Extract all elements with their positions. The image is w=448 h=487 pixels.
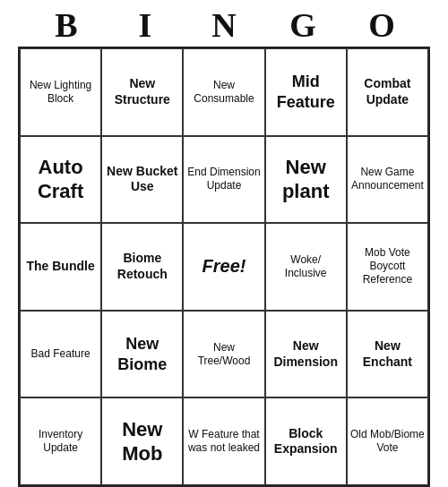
cell-text-13: Woke/ Inclusive bbox=[269, 253, 343, 280]
cell-text-24: Old Mob/Biome Vote bbox=[350, 428, 425, 455]
bingo-cell-12[interactable]: Free! bbox=[183, 223, 264, 311]
cell-text-10: The Bundle bbox=[26, 259, 94, 275]
bingo-cell-23[interactable]: Block Expansion bbox=[265, 397, 347, 485]
bingo-cell-22[interactable]: W Feature that was not leaked bbox=[183, 397, 264, 485]
cell-text-12: Free! bbox=[202, 255, 246, 278]
cell-text-15: Bad Feature bbox=[31, 347, 90, 361]
cell-text-7: End Dimension Update bbox=[186, 166, 261, 192]
bingo-cell-16[interactable]: New Biome bbox=[101, 311, 183, 398]
bingo-cell-6[interactable]: New Bucket Use bbox=[101, 136, 183, 224]
cell-text-3: Mid Feature bbox=[269, 72, 343, 112]
cell-text-14: Mob Vote Boycott Reference bbox=[350, 246, 425, 286]
bingo-title: BINGO bbox=[18, 0, 430, 47]
cell-text-19: New Enchant bbox=[350, 338, 425, 370]
bingo-cell-1[interactable]: New Structure bbox=[101, 48, 183, 136]
cell-text-22: W Feature that was not leaked bbox=[186, 428, 261, 455]
bingo-cell-14[interactable]: Mob Vote Boycott Reference bbox=[347, 223, 428, 311]
cell-text-5: Auto Craft bbox=[23, 155, 98, 204]
cell-text-6: New Bucket Use bbox=[105, 164, 179, 195]
cell-text-11: Biome Retouch bbox=[105, 251, 179, 282]
bingo-cell-2[interactable]: New Consumable bbox=[183, 48, 264, 136]
bingo-letter-i: I bbox=[106, 5, 185, 45]
bingo-cell-19[interactable]: New Enchant bbox=[347, 311, 428, 398]
cell-text-17: New Tree/Wood bbox=[186, 341, 261, 368]
bingo-cell-15[interactable]: Bad Feature bbox=[20, 311, 101, 398]
bingo-cell-9[interactable]: New Game Announcement bbox=[347, 136, 428, 224]
cell-text-20: Inventory Update bbox=[23, 428, 98, 455]
cell-text-4: Combat Update bbox=[350, 76, 425, 107]
bingo-cell-20[interactable]: Inventory Update bbox=[20, 397, 101, 485]
bingo-cell-4[interactable]: Combat Update bbox=[347, 48, 428, 136]
cell-text-9: New Game Announcement bbox=[350, 166, 425, 192]
bingo-cell-17[interactable]: New Tree/Wood bbox=[183, 311, 264, 398]
cell-text-1: New Structure bbox=[105, 76, 179, 107]
cell-text-2: New Consumable bbox=[186, 79, 261, 106]
bingo-cell-11[interactable]: Biome Retouch bbox=[101, 223, 183, 311]
bingo-letter-n: N bbox=[185, 5, 263, 45]
bingo-letter-b: B bbox=[27, 5, 106, 45]
bingo-cell-10[interactable]: The Bundle bbox=[20, 223, 101, 311]
bingo-letter-o: O bbox=[342, 5, 421, 45]
cell-text-8: New plant bbox=[269, 155, 343, 204]
bingo-cell-21[interactable]: New Mob bbox=[101, 397, 183, 485]
cell-text-16: New Biome bbox=[105, 334, 179, 374]
bingo-cell-5[interactable]: Auto Craft bbox=[20, 136, 101, 224]
cell-text-21: New Mob bbox=[105, 417, 179, 466]
bingo-cell-3[interactable]: Mid Feature bbox=[265, 48, 347, 136]
cell-text-23: Block Expansion bbox=[269, 426, 343, 457]
cell-text-18: New Dimension bbox=[269, 338, 343, 370]
bingo-cell-24[interactable]: Old Mob/Biome Vote bbox=[347, 397, 428, 485]
bingo-cell-0[interactable]: New Lighting Block bbox=[20, 48, 101, 136]
bingo-grid: New Lighting BlockNew StructureNew Consu… bbox=[18, 47, 430, 487]
bingo-cell-7[interactable]: End Dimension Update bbox=[183, 136, 264, 224]
cell-text-0: New Lighting Block bbox=[23, 79, 98, 106]
bingo-cell-13[interactable]: Woke/ Inclusive bbox=[265, 223, 347, 311]
bingo-letter-g: G bbox=[263, 5, 342, 45]
bingo-cell-8[interactable]: New plant bbox=[265, 136, 347, 224]
bingo-cell-18[interactable]: New Dimension bbox=[265, 311, 347, 398]
